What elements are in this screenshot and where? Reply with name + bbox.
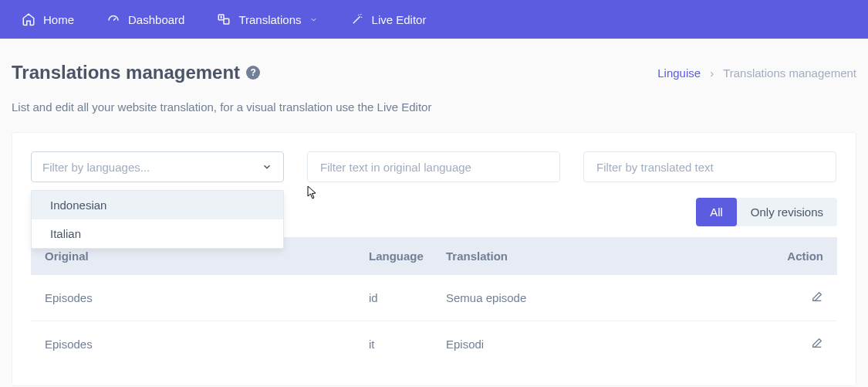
help-icon[interactable]: ?: [246, 66, 260, 80]
th-original: Original: [45, 250, 369, 263]
translations-table: Original Language Translation Action Epi…: [31, 237, 837, 367]
nav-label: Dashboard: [128, 13, 184, 26]
th-language: Language: [369, 250, 446, 263]
language-filter-placeholder: Filter by languages...: [42, 161, 150, 174]
nav-label: Home: [43, 13, 74, 26]
revision-toggle-group: All Only revisions: [696, 198, 837, 226]
filters-card: Filter by languages... Indonesian Italia…: [12, 132, 856, 386]
th-translation: Translation: [446, 250, 762, 263]
translations-icon: [217, 12, 231, 26]
cell-original: Episodes: [45, 338, 369, 351]
translated-text-filter-input[interactable]: [583, 151, 836, 182]
svg-rect-1: [224, 19, 229, 24]
page-title: Translations management: [12, 62, 240, 83]
table-row: Episodes id Semua episode: [31, 275, 837, 321]
nav-label: Translations: [238, 13, 301, 26]
breadcrumb-link[interactable]: Linguise: [657, 66, 701, 80]
cell-action: [762, 290, 823, 305]
wand-icon: [350, 12, 364, 26]
dropdown-option-indonesian[interactable]: Indonesian: [32, 191, 283, 219]
language-dropdown: Indonesian Italian: [31, 190, 284, 249]
page-title-group: Translations management ?: [12, 62, 260, 83]
table-row: Episodes it Episodi: [31, 321, 837, 367]
breadcrumb: Linguise › Translations management: [657, 66, 856, 80]
edit-icon[interactable]: [811, 290, 823, 303]
nav-home[interactable]: Home: [8, 6, 88, 32]
nav-label: Live Editor: [372, 13, 427, 26]
page-header: Translations management ? Linguise › Tra…: [0, 39, 868, 83]
dashboard-icon: [106, 12, 120, 26]
original-text-filter-input[interactable]: [307, 151, 560, 182]
chevron-down-icon: [262, 161, 272, 172]
cell-translation: Semua episode: [446, 291, 762, 304]
nav-dashboard[interactable]: Dashboard: [93, 6, 198, 32]
cell-translation: Episodi: [446, 338, 762, 351]
breadcrumb-current: Translations management: [723, 66, 856, 80]
cell-original: Episodes: [45, 291, 369, 304]
top-navbar: Home Dashboard Translations Live Editor: [0, 0, 868, 39]
language-filter-select[interactable]: Filter by languages...: [31, 151, 284, 182]
edit-icon[interactable]: [811, 337, 823, 349]
cell-action: [762, 337, 823, 351]
th-action: Action: [762, 250, 823, 263]
cell-language: id: [369, 291, 446, 304]
toggle-all-button[interactable]: All: [696, 198, 737, 226]
breadcrumb-sep: ›: [710, 66, 714, 80]
home-icon: [22, 12, 35, 26]
language-filter-wrap: Filter by languages... Indonesian Italia…: [31, 151, 284, 182]
chevron-down-icon: [309, 15, 318, 24]
page-subtitle: List and edit all your website translati…: [0, 83, 868, 114]
dropdown-option-italian[interactable]: Italian: [32, 219, 283, 248]
toggle-revisions-button[interactable]: Only revisions: [737, 198, 837, 226]
cell-language: it: [369, 338, 446, 351]
filters-row: Filter by languages... Indonesian Italia…: [31, 151, 837, 182]
nav-live-editor[interactable]: Live Editor: [336, 6, 441, 32]
nav-translations[interactable]: Translations: [203, 6, 331, 32]
